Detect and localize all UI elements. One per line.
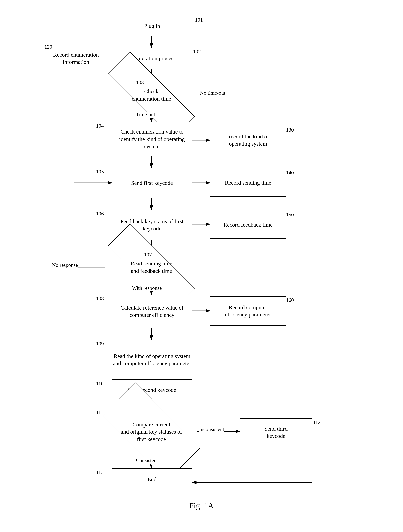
ref-150: 150	[286, 212, 294, 218]
arrows-svg	[0, 0, 403, 516]
record-feedback-time-box: Record feedback time	[210, 211, 286, 239]
send-third-keycode-box: Send third keycode	[240, 418, 312, 446]
ref-102: 102	[193, 49, 201, 55]
ref-107: 107	[144, 252, 152, 258]
ref-120: 120	[44, 44, 52, 50]
plug-in-box: Plug in	[112, 16, 192, 36]
ref-140: 140	[286, 170, 294, 176]
record-efficiency-box: Record computer efficiency parameter	[210, 296, 286, 326]
consistent-label: Consistent	[136, 457, 158, 463]
read-os-efficiency-box: Read the kind of operating system and co…	[112, 340, 192, 380]
ref-105: 105	[96, 169, 104, 175]
figure-caption: Fig. 1A	[0, 501, 403, 510]
ref-112: 112	[313, 419, 321, 425]
calculate-reference-box: Calculate reference value of computer ef…	[112, 295, 192, 328]
compare-key-statuses-diamond: Compare current and original key statuse…	[105, 408, 197, 455]
check-enumeration-time-diamond: Check enumeration time	[105, 80, 197, 111]
record-sending-time-box: Record sending time	[210, 169, 286, 197]
inconsistent-label: Inconsistent	[199, 426, 224, 432]
ref-101: 101	[195, 17, 203, 23]
record-os-box: Record the kind of operating system	[210, 126, 286, 154]
ref-104: 104	[96, 123, 104, 129]
ref-113: 113	[96, 469, 104, 475]
ref-130: 130	[286, 127, 294, 133]
ref-109: 109	[96, 341, 104, 347]
with-response-label: With response	[132, 285, 161, 291]
ref-106: 106	[96, 211, 104, 217]
send-first-keycode-box: Send first keycode	[112, 168, 192, 198]
no-response-label: No response	[52, 262, 78, 268]
ref-160: 160	[286, 297, 294, 303]
ref-108: 108	[96, 296, 104, 302]
check-enumeration-value-box: Check enumeration value to identify the …	[112, 122, 192, 156]
end-box: End	[112, 468, 192, 490]
no-timeout-label: No time-out	[200, 90, 225, 96]
ref-103: 103	[136, 80, 144, 86]
timeout-label: Time-out	[136, 112, 155, 118]
ref-110: 110	[96, 381, 104, 387]
flowchart-diagram: Plug in 101 Enumeration process 102 Reco…	[0, 0, 403, 516]
record-enumeration-box: Record enumeration information	[44, 48, 108, 69]
ref-111: 111	[96, 409, 103, 415]
